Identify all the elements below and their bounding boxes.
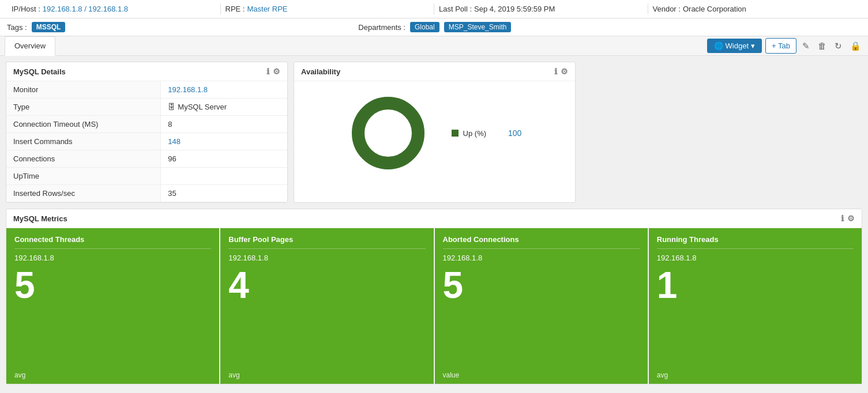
legend-color-up: [452, 130, 459, 137]
availability-title: Availability: [301, 67, 340, 76]
tab-bar: Overview 🌐 Widget ▾ + Tab ✎ 🗑 ↻ 🔒: [0, 36, 868, 56]
gear-icon[interactable]: ⚙: [561, 67, 568, 76]
tabs-left: Overview: [5, 36, 57, 55]
main-content: MySQL Details ℹ ⚙ Monitor 192.168.1.8 Ty…: [0, 56, 868, 393]
gear-icon[interactable]: ⚙: [273, 67, 280, 76]
availability-icons: ℹ ⚙: [554, 67, 568, 76]
mysql-metrics-title: MySQL Metrics: [13, 214, 67, 223]
availability-panel: Availability ℹ ⚙: [294, 62, 576, 203]
last-poll-value: Sep 4, 2019 5:59:59 PM: [474, 5, 555, 13]
last-poll-label: Last Poll :: [439, 5, 472, 13]
row-value-connections: 96: [161, 150, 287, 168]
table-row: Monitor 192.168.1.8: [6, 81, 287, 99]
mysql-details-body: Monitor 192.168.1.8 Type 🗄MySQL Server C…: [6, 81, 287, 202]
availability-legend: Up (%) 100: [452, 129, 522, 138]
table-row: Insert Commands 148: [6, 133, 287, 150]
row-value-monitor: 192.168.1.8: [161, 81, 287, 99]
ip-label: IP/Host :: [12, 5, 40, 13]
vendor-value: Oracle Corporation: [683, 5, 746, 13]
ip-value: 192.168.1.8 / 192.168.1.8: [43, 5, 128, 13]
card-footer-connected-threads: avg: [14, 371, 25, 379]
info-icon[interactable]: ℹ: [841, 214, 844, 223]
empty-space: [581, 62, 862, 203]
legend-item-up: Up (%) 100: [452, 129, 522, 138]
trash-icon-button[interactable]: 🗑: [816, 40, 829, 52]
availability-donut: [348, 93, 429, 173]
metric-card-connected-threads: Connected Threads 192.168.1.8 5 avg: [6, 228, 220, 384]
mysql-details-icons: ℹ ⚙: [266, 67, 280, 76]
tab-overview[interactable]: Overview: [5, 36, 55, 56]
last-poll-section: Last Poll : Sep 4, 2019 5:59:59 PM: [434, 3, 648, 14]
card-value-running-threads: 1: [657, 267, 854, 377]
row-label: UpTime: [6, 168, 161, 185]
card-value-connected-threads: 5: [14, 267, 211, 377]
ip-host-section: IP/Host : 192.168.1.8 / 192.168.1.8: [7, 3, 221, 14]
widget-button[interactable]: 🌐 Widget ▾: [707, 39, 762, 53]
row-label: Connection Timeout (MS): [6, 116, 161, 133]
lock-icon-button[interactable]: 🔒: [848, 40, 863, 52]
caret-down-icon: ▾: [751, 41, 755, 50]
row-label: Insert Commands: [6, 133, 161, 150]
dept-global[interactable]: Global: [410, 22, 439, 32]
info-icon[interactable]: ℹ: [266, 67, 269, 76]
gear-icon[interactable]: ⚙: [847, 214, 855, 223]
tag-mssql[interactable]: MSSQL: [32, 22, 66, 32]
card-host-aborted-connections: 192.168.1.8: [443, 254, 640, 262]
sort-ranges-bar: Sort Ranges: [6, 390, 862, 393]
table-row: Inserted Rows/sec 35: [6, 185, 287, 202]
row-value-inserted-rows: 35: [161, 185, 287, 202]
table-row: Connection Timeout (MS) 8: [6, 116, 287, 133]
add-tab-button[interactable]: + Tab: [765, 38, 796, 54]
vendor-label: Vendor :: [653, 5, 681, 13]
row-value-type: 🗄MySQL Server: [161, 99, 287, 116]
row-label: Monitor: [6, 81, 161, 99]
dept-msp-steve-smith[interactable]: MSP_Steve_Smith: [444, 22, 512, 32]
departments-section: Departments : Global MSP_Steve_Smith: [358, 22, 861, 32]
cylinder-icon: 🗄: [168, 103, 175, 111]
rpe-value: Master RPE: [247, 5, 287, 13]
departments-label: Departments :: [358, 23, 405, 32]
row-value-insert-commands: 148: [161, 133, 287, 150]
availability-header: Availability ℹ ⚙: [294, 62, 575, 81]
mysql-metrics-header: MySQL Metrics ℹ ⚙: [6, 209, 862, 228]
card-host-buffer-pool: 192.168.1.8: [228, 254, 425, 262]
mysql-details-header: MySQL Details ℹ ⚙: [6, 62, 287, 81]
card-host-running-threads: 192.168.1.8: [657, 254, 854, 262]
mysql-details-panel: MySQL Details ℹ ⚙ Monitor 192.168.1.8 Ty…: [6, 62, 288, 203]
legend-value-up: 100: [508, 129, 521, 138]
rpe-label: RPE :: [226, 5, 245, 13]
tab-actions: 🌐 Widget ▾ + Tab ✎ 🗑 ↻ 🔒: [707, 38, 863, 54]
widgets-row: MySQL Details ℹ ⚙ Monitor 192.168.1.8 Ty…: [6, 62, 862, 203]
svg-point-2: [366, 111, 410, 155]
refresh-icon-button[interactable]: ↻: [832, 40, 844, 52]
card-title-aborted-connections: Aborted Connections: [443, 235, 640, 249]
tags-bar: Tags : MSSQL Departments : Global MSP_St…: [0, 18, 868, 36]
card-footer-aborted-connections: value: [443, 371, 460, 379]
info-icon[interactable]: ℹ: [554, 67, 557, 76]
card-footer-buffer-pool: avg: [228, 371, 239, 379]
table-row: UpTime: [6, 168, 287, 185]
globe-icon: 🌐: [714, 41, 723, 50]
metric-card-buffer-pool: Buffer Pool Pages 192.168.1.8 4 avg: [220, 228, 434, 384]
mysql-details-table: Monitor 192.168.1.8 Type 🗄MySQL Server C…: [6, 81, 287, 202]
mysql-details-title: MySQL Details: [13, 67, 66, 76]
vendor-section: Vendor : Oracle Corporation: [648, 3, 862, 14]
row-label: Connections: [6, 150, 161, 168]
edit-icon-button[interactable]: ✎: [800, 40, 812, 52]
table-row: Connections 96: [6, 150, 287, 168]
legend-label-up: Up (%): [463, 129, 486, 138]
rpe-section: RPE : Master RPE: [221, 3, 435, 14]
card-host-connected-threads: 192.168.1.8: [14, 254, 211, 262]
mysql-metrics-section: MySQL Metrics ℹ ⚙ Connected Threads 192.…: [6, 209, 862, 384]
metrics-cards: Connected Threads 192.168.1.8 5 avg Buff…: [6, 228, 862, 384]
tags-label: Tags :: [7, 23, 27, 32]
card-value-buffer-pool: 4: [228, 267, 425, 377]
row-label: Type: [6, 99, 161, 116]
row-label: Inserted Rows/sec: [6, 185, 161, 202]
metric-card-running-threads: Running Threads 192.168.1.8 1 avg: [649, 228, 862, 384]
card-title-running-threads: Running Threads: [657, 235, 854, 249]
table-row: Type 🗄MySQL Server: [6, 99, 287, 116]
card-value-aborted-connections: 5: [443, 267, 640, 377]
availability-body: Up (%) 100: [294, 81, 575, 185]
row-value-uptime: [161, 168, 287, 185]
